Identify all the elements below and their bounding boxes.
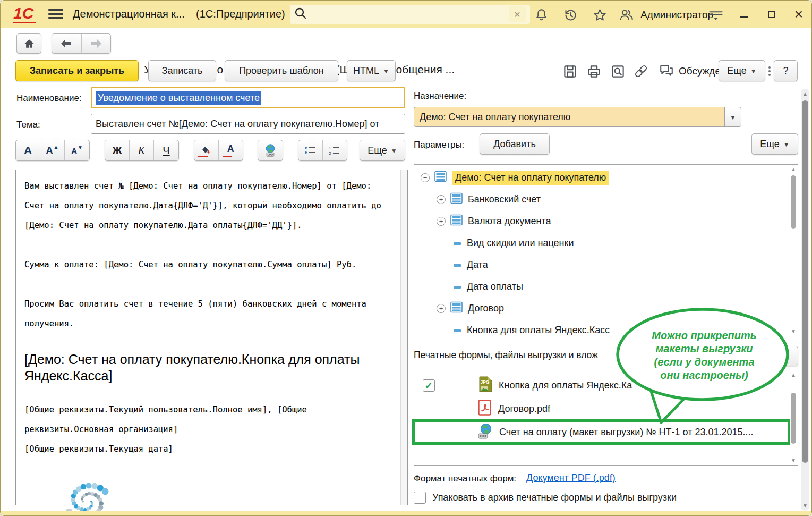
editor-paragraph: Сумма к оплате: [Демо: Счет на оплату по… [24, 255, 391, 275]
attachments-more-button[interactable]: ▼ [755, 346, 798, 366]
tree-row[interactable]: Кнопка для оплаты Яндекс.Касс [454, 322, 610, 338]
name-input[interactable]: Уведомление о выставленном счете [91, 87, 405, 108]
text-color-button[interactable]: А [219, 140, 243, 160]
archive-checkbox[interactable] [414, 492, 426, 504]
home-button[interactable] [16, 33, 41, 54]
html-mode-button[interactable]: HTML▼ [347, 60, 396, 81]
form-more-button[interactable]: Еще▼ [719, 60, 765, 81]
attachment-row[interactable]: Договор.pdf [423, 400, 785, 418]
search-clear-icon[interactable]: × [509, 6, 526, 22]
scroll-down-icon[interactable]: ▼ [789, 328, 798, 334]
attribute-dash-icon [454, 325, 462, 336]
expand-icon[interactable]: + [437, 195, 446, 204]
fill-color-button[interactable] [194, 140, 219, 160]
history-icon[interactable] [562, 7, 578, 23]
template-body-editor[interactable]: Вам выставлен счет № [Демо: Счет на опла… [15, 170, 408, 505]
panel-scrollbar[interactable]: ▲ ▼ [801, 89, 809, 511]
text-color-sample [223, 156, 232, 158]
bold-button[interactable]: Ж [105, 140, 130, 160]
attachment-row[interactable]: ✓ JPG Кнопка для оплаты Яндекс.Ка [423, 376, 785, 394]
underline-letter: Ч [163, 145, 169, 157]
subject-input[interactable]: Выставлен счет №[Демо: Счет на оплату по… [91, 114, 405, 134]
increase-font-button[interactable]: A▲ [40, 140, 65, 160]
svg-text:2: 2 [329, 151, 331, 156]
service-menu-icon[interactable] [708, 7, 724, 23]
purpose-combobox[interactable]: Демо: Счет на оплату покупателю ▼ [414, 107, 741, 127]
save-button[interactable]: Записать [148, 60, 216, 81]
editor-more-button[interactable]: Еще▼ [360, 140, 405, 161]
chevron-down-icon: ▼ [383, 67, 389, 75]
attachment-checkbox[interactable]: ✓ [423, 379, 435, 392]
tree-scrollbar[interactable]: ▲ ▼ [789, 165, 798, 336]
panel-scrollbar-thumb[interactable] [802, 100, 808, 463]
combobox-dropdown-button[interactable]: ▼ [724, 107, 741, 126]
numbered-list-button[interactable]: 12 [323, 140, 347, 160]
minimize-window-icon[interactable] [735, 6, 753, 23]
collapse-icon[interactable]: − [421, 173, 430, 182]
color-buttons-group: А [194, 140, 243, 161]
purpose-label: Назначение: [414, 91, 466, 101]
attribute-dash-icon [454, 281, 462, 292]
tree-row[interactable]: Дата [454, 257, 488, 273]
insert-hyperlink-button[interactable] [258, 140, 283, 160]
notifications-bell-icon[interactable] [533, 7, 549, 23]
scroll-up-icon[interactable]: ▲ [789, 372, 798, 378]
save-icon[interactable] [561, 63, 578, 79]
editor-paragraph: [Общие реквизиты.Текущий пользователь.По… [24, 400, 391, 439]
tree-item-label: Кнопка для оплаты Яндекс.Касс [467, 325, 610, 336]
table-icon [434, 171, 447, 185]
global-search-input[interactable]: × [290, 5, 530, 24]
maximize-window-icon[interactable] [763, 6, 781, 23]
bullet-list-button[interactable] [298, 140, 323, 160]
attachments-section-label: Печатные формы, файлы выгрузки и влож [414, 350, 598, 361]
print-format-link[interactable]: Документ PDF (.pdf) [526, 472, 616, 484]
parameters-more-label: Еще [760, 139, 780, 150]
editor-scrollbar[interactable] [400, 170, 407, 505]
preview-search-icon[interactable] [609, 63, 626, 79]
table-icon [450, 301, 463, 316]
attachments-scrollbar[interactable]: ▲ ▼ [789, 370, 798, 465]
expand-icon[interactable]: + [437, 304, 446, 313]
tree-row[interactable]: Вид скидки или наценки [454, 235, 574, 251]
chevron-down-icon: ▼ [784, 353, 791, 360]
svg-text:1: 1 [329, 146, 331, 150]
scroll-down-icon[interactable]: ▼ [801, 503, 809, 509]
purpose-value: Демо: Счет на оплату покупателю [414, 112, 724, 123]
tree-row[interactable]: + Банковский счет [437, 191, 541, 207]
collaboration-users-icon[interactable] [618, 7, 634, 23]
font-letter: A [24, 144, 32, 157]
back-button[interactable] [52, 34, 82, 53]
favorites-star-icon[interactable] [592, 7, 608, 23]
scroll-down-icon[interactable]: ▼ [789, 458, 798, 463]
section-splitter[interactable] [414, 342, 798, 342]
attachment-label: Кнопка для оплаты Яндекс.Ка [499, 380, 632, 391]
decrease-font-button[interactable]: A▼ [65, 140, 89, 160]
check-template-button[interactable]: Проверить шаблон [225, 60, 338, 81]
scroll-up-icon[interactable]: ▲ [801, 91, 809, 97]
save-and-close-button[interactable]: Записать и закрыть [15, 60, 139, 81]
editor-paragraph: Вам выставлен счет № [Демо: Счет на опла… [24, 176, 391, 235]
close-window-icon[interactable]: × [790, 6, 808, 23]
font-button[interactable]: A [16, 140, 40, 160]
help-button[interactable]: ? [774, 60, 798, 81]
tree-row[interactable]: Дата оплаты [454, 278, 523, 294]
parameters-more-button[interactable]: Еще▼ [751, 133, 798, 155]
underline-button[interactable]: Ч [154, 140, 178, 160]
get-link-icon[interactable] [632, 63, 649, 79]
link-group [258, 140, 283, 161]
forward-button[interactable] [82, 34, 111, 53]
add-parameter-button[interactable]: Добавить [480, 133, 550, 155]
scroll-up-icon[interactable]: ▲ [789, 166, 798, 172]
tree-row[interactable]: + Договор [437, 300, 504, 316]
tree-scrollbar-thumb[interactable] [791, 175, 796, 229]
print-format-label: Формат печатных форм: [414, 473, 516, 484]
tree-row[interactable]: + Валюта документа [437, 213, 551, 229]
expand-icon[interactable]: + [437, 217, 446, 226]
attachments-scrollbar-thumb[interactable] [791, 393, 796, 444]
print-icon[interactable] [585, 63, 602, 79]
italic-button[interactable]: К [130, 140, 154, 160]
logo-image: Новые технологии [24, 470, 149, 516]
tree-row[interactable]: − Демо: Счет на оплату покупателю [421, 170, 609, 185]
main-menu-icon[interactable] [48, 9, 63, 20]
current-user-label[interactable]: Администратор [640, 9, 713, 21]
